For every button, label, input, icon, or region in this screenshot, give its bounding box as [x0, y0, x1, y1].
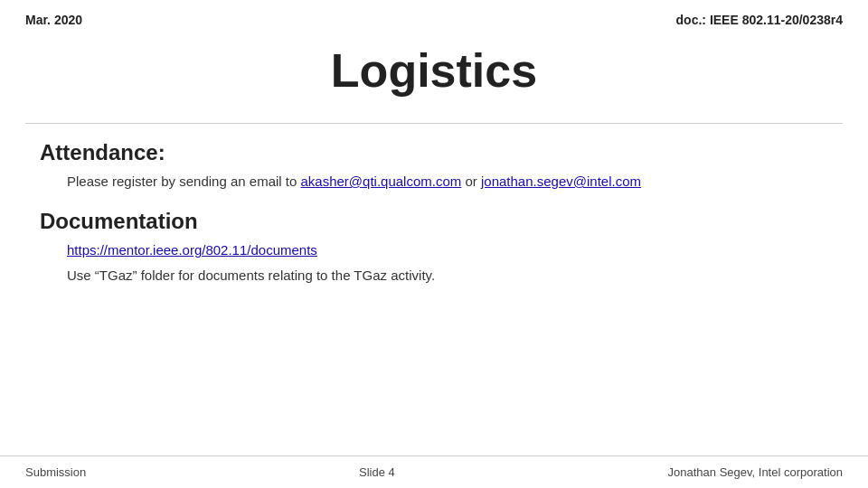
footer-submission: Submission	[25, 465, 86, 479]
title-divider	[25, 123, 843, 124]
header-doc-id: doc.: IEEE 802.11-20/0238r4	[676, 13, 843, 27]
attendance-prefix: Please register by sending an email to	[67, 174, 300, 189]
slide-container: Mar. 2020 doc.: IEEE 802.11-20/0238r4 Lo…	[0, 0, 868, 488]
documentation-text: Use “TGaz” folder for documents relating…	[67, 265, 828, 286]
documentation-link[interactable]: https://mentor.ieee.org/802.11/documents	[67, 242, 317, 258]
main-title: Logistics	[0, 43, 868, 98]
attendance-body: Please register by sending an email to a…	[40, 171, 828, 192]
attendance-heading: Attendance:	[40, 140, 828, 165]
documentation-heading: Documentation	[40, 209, 828, 234]
title-section: Logistics	[0, 43, 868, 98]
attendance-link2[interactable]: jonathan.segev@intel.com	[481, 174, 641, 189]
header-bar: Mar. 2020 doc.: IEEE 802.11-20/0238r4	[0, 0, 868, 27]
footer-author: Jonathan Segev, Intel corporation	[668, 465, 843, 479]
attendance-section: Attendance: Please register by sending a…	[40, 140, 828, 192]
attendance-link1[interactable]: akasher@qti.qualcom.com	[300, 174, 461, 189]
header-date: Mar. 2020	[25, 13, 82, 27]
documentation-body: https://mentor.ieee.org/802.11/documents…	[40, 239, 828, 286]
attendance-text: Please register by sending an email to a…	[67, 174, 641, 189]
content-section: Attendance: Please register by sending a…	[0, 140, 868, 286]
footer-bar: Submission Slide 4 Jonathan Segev, Intel…	[0, 455, 868, 488]
footer-slide: Slide 4	[359, 465, 395, 479]
attendance-connector: or	[461, 174, 481, 189]
documentation-section: Documentation https://mentor.ieee.org/80…	[40, 209, 828, 286]
